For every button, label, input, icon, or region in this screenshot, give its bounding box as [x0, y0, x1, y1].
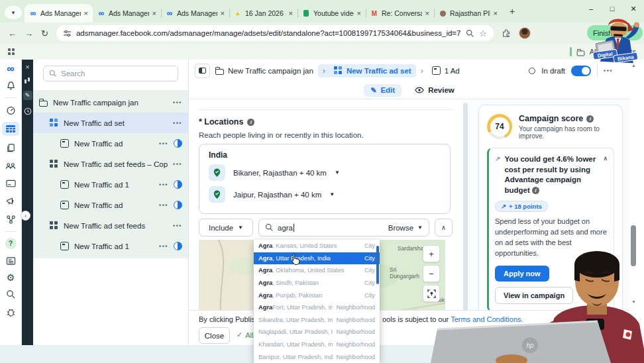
bookmark-star-icon[interactable]: ☆	[479, 28, 487, 38]
location-suggestion-item[interactable]: Sikandra, Uttar Pradesh, India Neighborh…	[254, 314, 380, 327]
include-dropdown[interactable]: Include▼	[199, 219, 253, 236]
back-icon[interactable]: ←	[8, 28, 17, 38]
location-suggestion-item[interactable]: Agra , Punjab, Pakistan City	[254, 289, 380, 301]
refresh-icon[interactable]: ↻	[41, 28, 48, 38]
edit-pencil-icon[interactable]: ✎	[23, 91, 32, 100]
toggle-sidebar-button[interactable]	[195, 64, 210, 78]
selected-location-row[interactable]: Jaipur, Rajasthan + 40 km ▼	[209, 186, 441, 203]
tree-row[interactable]: New Traffic ad 1	[33, 174, 188, 195]
assets-nodes-icon[interactable]	[3, 213, 18, 225]
dropdown-scrollbar-thumb[interactable]	[376, 246, 379, 284]
location-options-caret-icon[interactable]: ▼	[329, 191, 335, 197]
score-info-icon[interactable]	[586, 115, 594, 123]
breadcrumb-item[interactable]: New Traffic ad set	[318, 64, 416, 78]
tab-close-icon[interactable]: ×	[289, 9, 293, 17]
tree-row[interactable]: New Traffic ad set feeds – Copy	[33, 154, 188, 174]
breadcrumb-item[interactable]: 1 Ad	[421, 66, 460, 76]
bug-report-icon[interactable]	[3, 306, 18, 318]
breadcrumb-item[interactable]: New Traffic campaign jan	[215, 66, 313, 75]
tree-row[interactable]: New Traffic ad 1	[33, 236, 188, 256]
tree-row[interactable]: New Traffic ad	[33, 133, 188, 154]
suggestion-info-icon[interactable]	[532, 187, 539, 194]
extensions-icon[interactable]	[502, 28, 511, 38]
audiences-people-icon[interactable]	[3, 160, 18, 172]
tab-close-icon[interactable]: ×	[84, 9, 88, 17]
tree-item-menu-icon[interactable]	[173, 120, 182, 127]
location-suggestion-item[interactable]: Naglapadi, Uttar Pradesh, India Neighbor…	[254, 326, 380, 338]
tab-close-icon[interactable]: ×	[357, 9, 361, 17]
tab-close-icon[interactable]: ×	[425, 9, 429, 17]
tree-item-menu-icon[interactable]	[159, 243, 168, 250]
tab-close-icon[interactable]: ×	[152, 9, 156, 17]
tree-row[interactable]: New Traffic ad set feeds	[33, 215, 188, 236]
location-suggestion-item[interactable]: Agra , Uttar Pradesh, India City	[254, 252, 380, 265]
tree-item-status-toggle-icon[interactable]	[174, 139, 182, 148]
help-icon[interactable]: ?	[5, 238, 17, 249]
tree-item-menu-icon[interactable]	[159, 202, 168, 209]
new-tab-button[interactable]: +	[505, 4, 519, 19]
browser-tab[interactable]: Ads Manager ×	[93, 4, 161, 23]
charts-bars-icon[interactable]	[25, 78, 30, 83]
reporting-news-icon[interactable]	[3, 255, 18, 267]
collapse-suggestion-icon[interactable]: ∧	[603, 154, 608, 195]
tree-item-status-toggle-icon[interactable]	[174, 180, 182, 189]
location-suggestion-item[interactable]: Agra , Kansas, United States City	[254, 240, 380, 252]
collapse-section-button[interactable]: ∧	[435, 219, 453, 236]
selected-location-row[interactable]: Bikaner, Rajasthan + 40 km ▼	[209, 164, 441, 181]
browser-tab[interactable]: Youtube video ×	[297, 4, 366, 23]
tree-item-menu-icon[interactable]	[159, 140, 168, 147]
meta-logo-icon[interactable]: ∞	[7, 64, 14, 74]
apps-grid-icon[interactable]	[8, 48, 15, 55]
header-more-icon[interactable]	[604, 68, 613, 74]
tree-row[interactable]: New Traffic campaign jan	[33, 92, 188, 113]
campaigns-table-icon[interactable]	[2, 122, 19, 136]
tree-item-status-toggle-icon[interactable]	[174, 242, 182, 250]
tree-row[interactable]: New Traffic ad set	[33, 113, 188, 133]
location-search-field[interactable]: agra Browse▼	[258, 219, 429, 236]
tree-item-status-toggle-icon[interactable]	[174, 201, 182, 209]
browser-tab[interactable]: Re: Conversati ×	[366, 4, 434, 23]
billing-card-icon[interactable]	[3, 178, 18, 189]
window-close-button[interactable]: ✕	[623, 0, 644, 17]
ads-megaphone-icon[interactable]	[3, 195, 18, 207]
window-maximize-button[interactable]: □	[602, 0, 623, 17]
browser-tab[interactable]: 16 Jan 2026 - ×	[229, 4, 297, 23]
tab-close-icon[interactable]: ×	[494, 9, 498, 17]
tree-item-menu-icon[interactable]	[173, 99, 182, 106]
search-rail-icon[interactable]	[3, 288, 18, 300]
history-clock-icon[interactable]	[24, 107, 32, 115]
settings-gear-icon[interactable]: ⚙	[7, 273, 15, 282]
adset-on-toggle[interactable]	[571, 66, 591, 76]
tree-item-menu-icon[interactable]	[173, 223, 182, 229]
location-suggestion-item[interactable]: Banipur, Uttar Pradesh, India Neighborho…	[254, 350, 380, 363]
notifications-bell-icon[interactable]	[3, 79, 18, 91]
site-settings-icon[interactable]	[63, 29, 72, 38]
browser-tab[interactable]: Ads Manager ×	[25, 4, 93, 23]
address-bar[interactable]: adsmanager.facebook.com/adsmanager/manag…	[56, 25, 494, 41]
tree-item-menu-icon[interactable]	[159, 182, 168, 188]
pages-icon[interactable]	[3, 142, 18, 154]
location-suggestion-item[interactable]: Agra Fort, Uttar Pradesh, India Neighbor…	[254, 301, 380, 314]
zoom-page-icon[interactable]	[466, 29, 474, 38]
tab-edit[interactable]: ✎Edit	[364, 84, 402, 97]
tab-close-icon[interactable]: ×	[221, 9, 225, 17]
browse-button[interactable]: Browse▼	[388, 224, 423, 232]
browser-tab[interactable]: Ads Manager ×	[161, 4, 229, 23]
window-minimize-button[interactable]: –	[580, 0, 602, 17]
tab-search-chevron-icon[interactable]: ▾	[5, 6, 22, 19]
location-suggestion-item[interactable]: Khandari, Uttar Pradesh, India Neighborh…	[254, 338, 380, 351]
locations-info-icon[interactable]	[247, 119, 254, 126]
forward-icon[interactable]: →	[25, 28, 33, 38]
expand-panel-chevron-icon[interactable]: ›	[21, 211, 30, 221]
location-suggestion-item[interactable]: Agra , Oklahoma, United States City	[254, 264, 380, 277]
close-panel-icon[interactable]: ×	[25, 64, 29, 70]
overview-gauge-icon[interactable]	[3, 104, 18, 116]
tab-review[interactable]: Review	[415, 86, 455, 94]
location-suggestion-item[interactable]: Agra , Sindh, Pakistan City	[254, 277, 380, 289]
location-options-caret-icon[interactable]: ▼	[335, 170, 340, 176]
profile-avatar[interactable]	[519, 27, 531, 39]
close-button[interactable]: Close	[199, 327, 230, 344]
tree-search-input[interactable]: Search	[43, 66, 178, 81]
tree-row[interactable]: New Traffic ad	[33, 195, 188, 215]
browser-tab[interactable]: Rajasthan PIN ×	[434, 4, 502, 23]
